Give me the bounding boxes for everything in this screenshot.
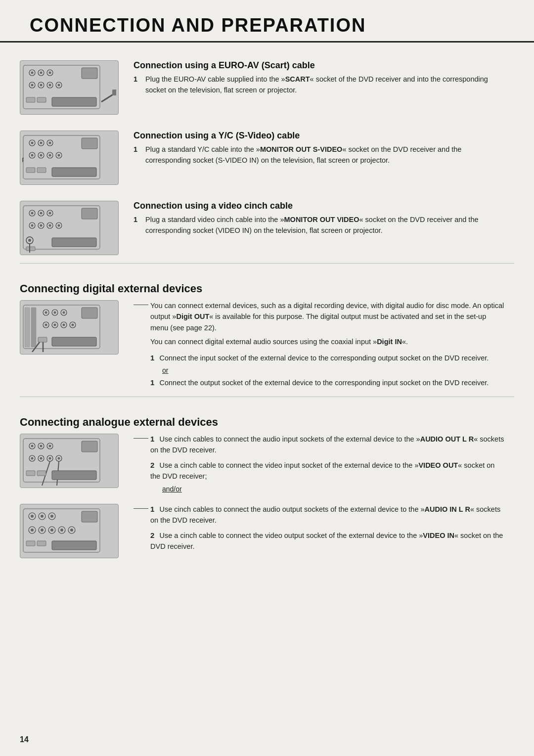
section-analogue: Connecting analogue external devices bbox=[0, 405, 534, 558]
svg-point-56 bbox=[49, 224, 51, 227]
svg-point-101 bbox=[58, 457, 60, 459]
digital-intro-2: You can connect digital external audio s… bbox=[150, 336, 504, 347]
step-cinch-1: 1 Plug a standard video cinch cable into… bbox=[134, 214, 504, 236]
section-cinch-title: Connection using a video cinch cable bbox=[134, 201, 504, 211]
svg-point-81 bbox=[72, 324, 74, 326]
step-analogue-1: 1 Use cinch cables to connect the audio … bbox=[150, 434, 504, 456]
page-number: 14 bbox=[20, 735, 29, 744]
step-num: 1 bbox=[150, 435, 154, 443]
step-text: Connect the input socket of the external… bbox=[160, 354, 489, 362]
step-analogue-3: 1 Use cinch cables to connect the audio … bbox=[150, 504, 504, 526]
section-video-cinch: Connection using a video cinch cable 1 P… bbox=[0, 192, 534, 255]
svg-rect-7 bbox=[82, 68, 97, 79]
section-yc-text: Connection using a Y/C (S-Video) cable 1… bbox=[134, 131, 504, 168]
step-text: Use a cinch cable to connect the video o… bbox=[150, 532, 503, 550]
step-analogue-2: 2 Use a cinch cable to connect the video… bbox=[150, 460, 504, 482]
svg-point-58 bbox=[58, 224, 60, 227]
svg-point-118 bbox=[41, 529, 44, 532]
svg-point-6 bbox=[49, 72, 51, 74]
svg-point-54 bbox=[40, 224, 43, 227]
svg-rect-28 bbox=[82, 138, 97, 149]
svg-point-11 bbox=[40, 84, 43, 87]
step-analogue-4: 2 Use a cinch cable to connect the video… bbox=[150, 530, 504, 552]
section-yc-svideo: Connection using a Y/C (S-Video) cable 1… bbox=[0, 122, 534, 185]
section-euro-av-body: 1 Plug the EURO-AV cable supplied into t… bbox=[134, 74, 504, 96]
svg-point-47 bbox=[40, 212, 43, 215]
digital-connector: You can connect external devices, such a… bbox=[134, 300, 504, 389]
section-euro-av-title: Connection using a EURO-AV (Scart) cable bbox=[134, 60, 504, 71]
analogue-row-1: 1 Use cinch cables to connect the audio … bbox=[20, 434, 504, 496]
page: CONNECTION AND PREPARATION bbox=[0, 0, 534, 756]
step-num: 1 bbox=[150, 354, 154, 362]
svg-point-122 bbox=[60, 529, 63, 532]
svg-rect-50 bbox=[82, 208, 97, 219]
svg-point-97 bbox=[40, 457, 43, 459]
svg-point-120 bbox=[50, 529, 53, 532]
svg-point-90 bbox=[40, 445, 43, 447]
svg-point-36 bbox=[58, 154, 60, 157]
svg-rect-105 bbox=[26, 471, 35, 476]
svg-point-124 bbox=[70, 529, 73, 532]
svg-point-77 bbox=[54, 324, 56, 326]
svg-point-32 bbox=[40, 154, 43, 157]
svg-point-25 bbox=[40, 142, 43, 144]
svg-point-109 bbox=[31, 515, 34, 518]
step-num: 1 bbox=[150, 378, 154, 387]
svg-rect-37 bbox=[52, 168, 96, 177]
svg-rect-59 bbox=[52, 238, 96, 247]
svg-point-27 bbox=[49, 142, 51, 144]
svg-point-116 bbox=[31, 529, 34, 532]
dashed-connector-line bbox=[134, 508, 148, 509]
svg-point-30 bbox=[31, 154, 34, 157]
step-digital-1: 1 Connect the input socket of the extern… bbox=[150, 353, 504, 363]
analogue-connector-1: 1 Use cinch cables to connect the audio … bbox=[134, 434, 504, 496]
svg-rect-126 bbox=[26, 541, 35, 546]
step-digital-2: 1 Connect the output socket of the exter… bbox=[150, 377, 504, 388]
step-num: 2 bbox=[150, 461, 154, 469]
svg-point-34 bbox=[49, 154, 51, 157]
svg-rect-104 bbox=[52, 471, 96, 480]
step-text: Use a cinch cable to connect the video i… bbox=[150, 461, 494, 480]
svg-rect-40 bbox=[37, 168, 46, 173]
svg-point-88 bbox=[31, 445, 34, 447]
analogue-section-title: Connecting analogue external devices bbox=[20, 416, 504, 429]
svg-point-49 bbox=[49, 212, 51, 215]
step-num: 1 bbox=[150, 505, 154, 513]
page-title: CONNECTION AND PREPARATION bbox=[30, 15, 366, 36]
analogue-text-1: 1 Use cinch cables to connect the audio … bbox=[134, 434, 504, 496]
svg-point-9 bbox=[31, 84, 34, 87]
svg-rect-62 bbox=[26, 247, 35, 251]
digital-section-title: Connecting digital external devices bbox=[20, 282, 504, 295]
step-num: 2 bbox=[150, 531, 154, 539]
section-yc-body: 1 Plug a standard Y/C cable into the »MO… bbox=[134, 144, 504, 166]
andor-label: and/or bbox=[162, 485, 504, 493]
section-euro-av: Connection using a EURO-AV (Scart) cable… bbox=[0, 51, 534, 115]
svg-rect-20 bbox=[37, 97, 46, 102]
svg-rect-125 bbox=[52, 541, 96, 550]
step-text: Use cinch cables to connect the audio ou… bbox=[150, 505, 500, 524]
analogue-connector-2: 1 Use cinch cables to connect the audio … bbox=[134, 504, 504, 552]
svg-point-13 bbox=[49, 84, 51, 87]
analogue-steps-2: 1 Use cinch cables to connect the audio … bbox=[150, 504, 504, 552]
svg-point-52 bbox=[31, 224, 34, 227]
svg-rect-106 bbox=[37, 471, 46, 476]
page-header: CONNECTION AND PREPARATION bbox=[0, 0, 534, 43]
section-divider-2 bbox=[20, 397, 514, 397]
step-euro-av-1: 1 Plug the EURO-AV cable supplied into t… bbox=[134, 74, 504, 96]
digital-section-row: You can connect external devices, such a… bbox=[20, 300, 504, 389]
svg-rect-18 bbox=[112, 89, 116, 95]
svg-point-99 bbox=[49, 457, 51, 459]
svg-point-70 bbox=[54, 311, 56, 314]
step-text: Plug the EURO-AV cable supplied into the… bbox=[145, 74, 504, 96]
digital-intro-1: You can connect external devices, such a… bbox=[150, 300, 504, 333]
svg-point-15 bbox=[58, 84, 60, 87]
step-text: Use cinch cables to connect the audio in… bbox=[150, 435, 504, 454]
svg-point-72 bbox=[63, 311, 65, 314]
device-image-digital bbox=[20, 300, 119, 355]
step-num: 1 bbox=[134, 144, 142, 155]
main-content: Connection using a EURO-AV (Scart) cable… bbox=[0, 43, 534, 573]
analogue-text-2: 1 Use cinch cables to connect the audio … bbox=[134, 504, 504, 552]
svg-rect-65 bbox=[25, 308, 30, 347]
svg-point-79 bbox=[63, 324, 65, 326]
svg-rect-66 bbox=[31, 308, 36, 347]
